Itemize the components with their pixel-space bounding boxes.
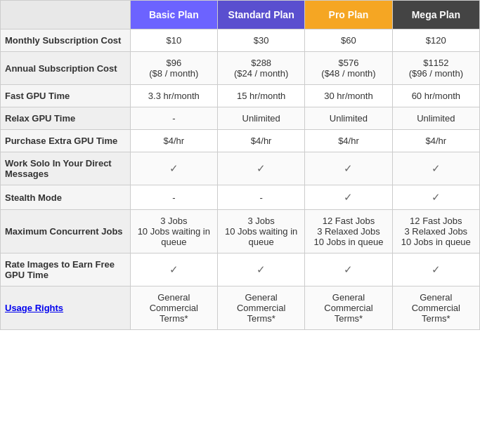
cell-basic-9: General Commercial Terms* [130,286,217,330]
cell-basic-8: ✓ [130,253,217,286]
cell-pro-0: $60 [305,29,392,52]
cell-standard-3: Unlimited [217,107,304,130]
cell-basic-3: - [130,107,217,130]
cell-pro-7: 12 Fast Jobs3 Relaxed Jobs10 Jobs in que… [305,210,392,253]
cell-pro-6: ✓ [305,185,392,210]
cell-mega-2: 60 hr/month [392,85,479,107]
cell-mega-3: Unlimited [392,107,479,130]
cell-pro-8: ✓ [305,253,392,286]
check-icon: ✓ [257,162,266,174]
cell-standard-0: $30 [217,29,304,52]
cell-standard-6: - [217,185,304,210]
feature-label: Maximum Concurrent Jobs [1,210,131,253]
cell-pro-9: General Commercial Terms* [305,286,392,330]
cell-mega-0: $120 [392,29,479,52]
check-icon: ✓ [344,162,353,174]
cell-basic-2: 3.3 hr/month [130,85,217,107]
cell-basic-1: $96($8 / month) [130,52,217,85]
header-basic: Basic Plan [130,1,217,29]
feature-label: Stealth Mode [1,185,131,210]
cell-mega-1: $1152($96 / month) [392,52,479,85]
cell-standard-2: 15 hr/month [217,85,304,107]
cell-standard-5: ✓ [217,152,304,185]
cell-pro-4: $4/hr [305,130,392,152]
check-icon: ✓ [432,162,441,174]
cell-basic-4: $4/hr [130,130,217,152]
feature-label: Purchase Extra GPU Time [1,130,131,152]
check-icon: ✓ [432,191,441,203]
feature-label: Annual Subscription Cost [1,52,131,85]
cell-mega-4: $4/hr [392,130,479,152]
cell-mega-6: ✓ [392,185,479,210]
cell-basic-0: $10 [130,29,217,52]
check-icon: ✓ [169,162,179,174]
check-icon: ✓ [344,191,353,203]
cell-pro-1: $576($48 / month) [305,52,392,85]
check-icon: ✓ [257,263,266,275]
feature-label: Relax GPU Time [1,107,131,130]
usage-rights-link[interactable]: Usage Rights [5,303,63,313]
cell-basic-7: 3 Jobs10 Jobs waiting in queue [130,210,217,253]
cell-mega-7: 12 Fast Jobs3 Relaxed Jobs10 Jobs in que… [392,210,479,253]
feature-label: Usage Rights [1,286,131,330]
cell-mega-9: General Commercial Terms* [392,286,479,330]
check-icon: ✓ [344,263,353,275]
check-icon: ✓ [432,263,441,275]
cell-basic-6: - [130,185,217,210]
header-standard: Standard Plan [217,1,304,29]
cell-pro-2: 30 hr/month [305,85,392,107]
header-pro: Pro Plan [305,1,392,29]
cell-standard-8: ✓ [217,253,304,286]
feature-label: Fast GPU Time [1,85,131,107]
check-icon: ✓ [169,263,179,275]
feature-label: Rate Images to Earn Free GPU Time [1,253,131,286]
header-feature-col [1,1,131,29]
cell-standard-7: 3 Jobs10 Jobs waiting in queue [217,210,304,253]
cell-mega-5: ✓ [392,152,479,185]
cell-pro-5: ✓ [305,152,392,185]
cell-basic-5: ✓ [130,152,217,185]
cell-standard-9: General Commercial Terms* [217,286,304,330]
cell-mega-8: ✓ [392,253,479,286]
cell-standard-4: $4/hr [217,130,304,152]
pricing-table: Basic Plan Standard Plan Pro Plan Mega P… [0,0,480,330]
feature-label: Monthly Subscription Cost [1,29,131,52]
header-mega: Mega Plan [392,1,479,29]
cell-standard-1: $288($24 / month) [217,52,304,85]
cell-pro-3: Unlimited [305,107,392,130]
feature-label: Work Solo In Your Direct Messages [1,152,131,185]
